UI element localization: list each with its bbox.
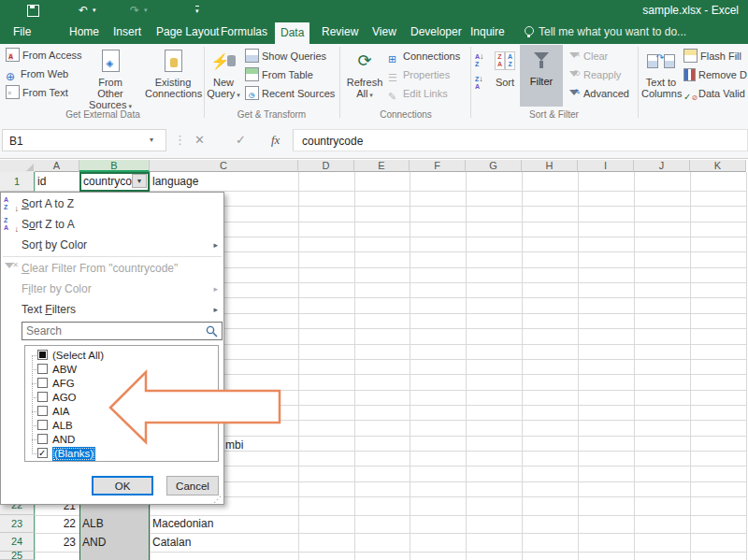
reapply-filter-button[interactable]: ↻Reapply: [568, 67, 621, 82]
group-divider: [204, 47, 205, 118]
recent-sources-icon: ◷: [245, 86, 259, 100]
from-text-button[interactable]: ≡From Text: [6, 85, 68, 100]
tab-formulas[interactable]: Formulas: [215, 21, 273, 44]
column-header-H[interactable]: H: [522, 160, 578, 172]
undo-caret-icon[interactable]: ▾: [93, 0, 96, 21]
from-table-button[interactable]: From Table: [245, 67, 313, 82]
cell-A23[interactable]: 22: [35, 514, 76, 533]
tab-file[interactable]: File: [7, 21, 36, 44]
column-header-J[interactable]: J: [634, 160, 690, 172]
redo-caret-icon[interactable]: ▾: [144, 0, 148, 21]
search-icon: [206, 325, 218, 337]
menu-sort-by-color[interactable]: Sort by Color ▸: [1, 235, 223, 255]
column-header-B[interactable]: B: [79, 160, 150, 172]
insert-function-icon[interactable]: fx: [271, 129, 280, 151]
column-header-I[interactable]: I: [578, 160, 634, 172]
advanced-filter-button[interactable]: ✎Advanced: [568, 86, 629, 101]
filter-dropdown-button[interactable]: ▼: [132, 174, 147, 188]
filter-button-active[interactable]: Filter: [520, 45, 563, 107]
refresh-all-button[interactable]: ⟳ Refresh All: [344, 47, 385, 101]
filter-item-blanks[interactable]: (Blanks): [25, 447, 217, 461]
cell-B24[interactable]: AND: [82, 533, 146, 552]
connections-button[interactable]: ⊞Connections: [388, 49, 460, 64]
row-header-23[interactable]: 23: [0, 515, 35, 534]
recent-sources-button[interactable]: ◷Recent Sources: [245, 86, 335, 101]
from-other-sources-button[interactable]: ◈ From Other Sources: [86, 47, 135, 112]
gridline: [466, 172, 467, 560]
name-box[interactable]: B1: [2, 129, 166, 151]
existing-connections-button[interactable]: Existing Connections: [145, 47, 201, 99]
filter-item[interactable]: AIA: [25, 405, 217, 419]
cell-A24[interactable]: 23: [35, 533, 76, 552]
tab-inquire[interactable]: Inquire: [465, 21, 511, 44]
data-validation-button[interactable]: ✓⊘Data Valid: [683, 86, 745, 101]
filter-item[interactable]: AGO: [25, 391, 217, 405]
sort-az-icon: AZ↓: [4, 196, 19, 211]
from-access-button[interactable]: AFrom Access: [6, 48, 82, 63]
tab-insert[interactable]: Insert: [108, 21, 147, 44]
filter-dropdown-panel: AZ↓ Sort A to Z ZA↓ Sort Z to A Sort by …: [0, 192, 224, 505]
resize-grip[interactable]: ⋰: [213, 495, 222, 504]
show-queries-button[interactable]: Show Queries: [245, 49, 326, 64]
column-header-G[interactable]: G: [466, 160, 522, 172]
cell-C24[interactable]: Catalan: [152, 533, 293, 552]
filter-item[interactable]: AND: [25, 433, 217, 447]
menu-sort-z-to-a[interactable]: ZA↓ Sort Z to A: [1, 214, 223, 235]
flash-fill-button[interactable]: Flash Fill: [683, 49, 741, 64]
column-header-K[interactable]: K: [690, 160, 746, 172]
remove-duplicates-button[interactable]: Remove D: [683, 67, 747, 82]
column-header-C[interactable]: C: [150, 160, 298, 172]
from-web-button[interactable]: ⊕From Web: [6, 66, 68, 81]
sort-button[interactable]: ZA AZ Sort: [490, 47, 520, 88]
row-header-1[interactable]: 1: [0, 172, 35, 192]
column-header-E[interactable]: E: [354, 160, 410, 172]
group-label-connections: Connections: [341, 109, 470, 120]
save-icon[interactable]: [27, 5, 39, 17]
confirm-entry-icon[interactable]: ✓: [236, 129, 246, 151]
sort-za-glyph: A: [475, 76, 480, 93]
select-all-corner[interactable]: [0, 160, 36, 173]
column-header-A[interactable]: A: [35, 160, 79, 172]
text-to-columns-button[interactable]: ↷ Text to Columns: [641, 47, 681, 99]
filter-item[interactable]: ABW: [25, 363, 217, 377]
tab-view[interactable]: View: [367, 21, 402, 44]
row-header-25[interactable]: 25: [0, 552, 35, 560]
tab-page-layout[interactable]: Page Layout: [151, 21, 224, 44]
cell-B23[interactable]: ALB: [82, 514, 146, 533]
customize-qat-icon[interactable]: ▾: [195, 6, 199, 16]
undo-icon[interactable]: ↶: [79, 0, 88, 21]
edit-links-button[interactable]: ✎Edit Links: [388, 86, 448, 101]
tab-developer[interactable]: Developer: [405, 21, 468, 44]
cell-C23[interactable]: Macedonian: [152, 514, 293, 533]
filter-item-select-all[interactable]: (Select All): [25, 349, 217, 363]
cancel-button[interactable]: Cancel: [166, 476, 219, 495]
redo-icon[interactable]: ↷: [130, 0, 139, 21]
properties-button[interactable]: ☰Properties: [388, 67, 450, 82]
menu-clear-filter[interactable]: ✕ Clear Filter From "countrycode": [1, 258, 223, 279]
menu-text-filters[interactable]: Text Filters ▸: [1, 299, 223, 320]
tab-home[interactable]: Home: [64, 21, 105, 44]
menu-sort-a-to-z[interactable]: AZ↓ Sort A to Z: [1, 194, 223, 214]
filter-search-input[interactable]: Search: [22, 322, 223, 340]
filter-item[interactable]: ALB: [25, 419, 217, 433]
sort-za-icon: ZA↓: [4, 217, 19, 232]
name-box-caret-icon[interactable]: ▾: [150, 129, 153, 151]
tab-review[interactable]: Review: [316, 21, 364, 44]
gridline: [410, 172, 410, 560]
column-header-F[interactable]: F: [410, 160, 466, 172]
filter-item[interactable]: AFG: [25, 377, 217, 391]
cell-A1[interactable]: id: [37, 172, 79, 191]
column-header-D[interactable]: D: [298, 160, 354, 172]
advanced-funnel-icon: ✎: [568, 88, 581, 100]
ok-button[interactable]: OK: [92, 476, 153, 495]
new-query-button[interactable]: ⚡ New Query: [207, 47, 240, 101]
cell-C1[interactable]: language: [152, 172, 293, 191]
tell-me-box[interactable]: Tell me what you want to do...: [539, 21, 686, 44]
remove-duplicates-icon: [683, 68, 696, 81]
formula-input[interactable]: countrycode: [293, 129, 748, 151]
row-header-24[interactable]: 24: [0, 533, 35, 552]
cancel-entry-icon[interactable]: ✕: [194, 129, 205, 151]
tab-data[interactable]: Data: [275, 22, 309, 44]
clear-filter-button[interactable]: ✕Clear: [568, 49, 608, 64]
menu-filter-by-color[interactable]: Filter by Color ▸: [1, 279, 223, 299]
